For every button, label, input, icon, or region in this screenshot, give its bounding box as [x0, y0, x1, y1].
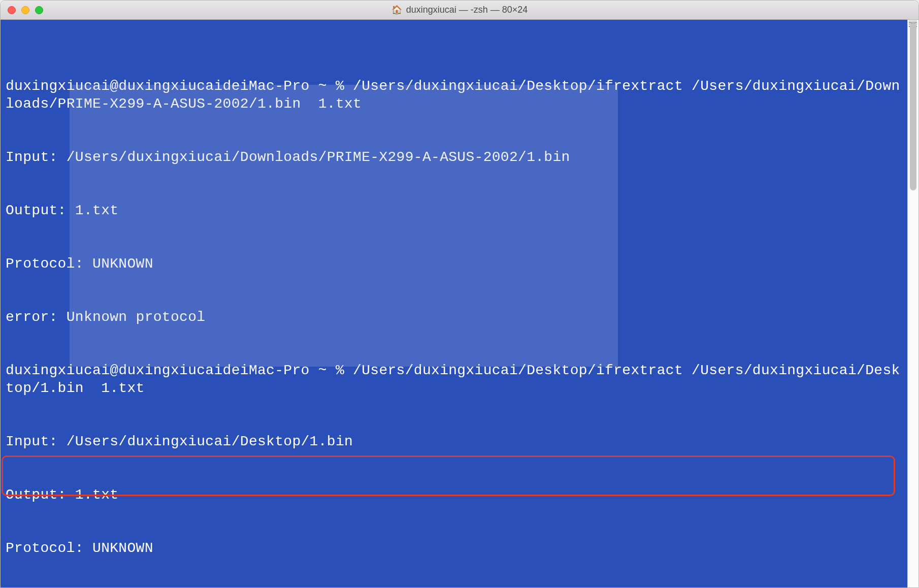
terminal-line: Output: 1.txt	[6, 202, 902, 219]
window-title-container: 🏠 duxingxiucai — -zsh — 80×24	[391, 5, 528, 15]
traffic-lights	[8, 6, 43, 14]
close-button[interactable]	[8, 6, 16, 14]
terminal-line: Protocol: UNKNOWN	[6, 255, 902, 273]
terminal-line: duxingxiucai@duxingxiucaideiMac-Pro ~ % …	[6, 77, 902, 113]
maximize-button[interactable]	[35, 6, 43, 14]
window-title: duxingxiucai — -zsh — 80×24	[406, 5, 528, 15]
terminal-window: 🏠 duxingxiucai — -zsh — 80×24 duxingxiuc…	[0, 0, 919, 588]
scrollbar-track[interactable]	[907, 20, 918, 587]
scrollbar-thumb[interactable]	[910, 23, 916, 190]
terminal-line: error: Unknown protocol	[6, 308, 902, 326]
minimize-button[interactable]	[21, 6, 29, 14]
terminal-line: duxingxiucai@duxingxiucaideiMac-Pro ~ % …	[6, 362, 902, 397]
terminal-body-wrapper: duxingxiucai@duxingxiucaideiMac-Pro ~ % …	[1, 20, 918, 587]
home-icon: 🏠	[391, 5, 402, 15]
terminal-line: Input: /Users/duxingxiucai/Downloads/PRI…	[6, 148, 902, 166]
terminal-line: Protocol: UNKNOWN	[6, 539, 902, 557]
terminal-line: Output: 1.txt	[6, 486, 902, 504]
terminal-content[interactable]: duxingxiucai@duxingxiucaideiMac-Pro ~ % …	[1, 20, 907, 587]
terminal-line: Input: /Users/duxingxiucai/Desktop/1.bin	[6, 433, 902, 450]
titlebar[interactable]: 🏠 duxingxiucai — -zsh — 80×24	[1, 1, 918, 20]
